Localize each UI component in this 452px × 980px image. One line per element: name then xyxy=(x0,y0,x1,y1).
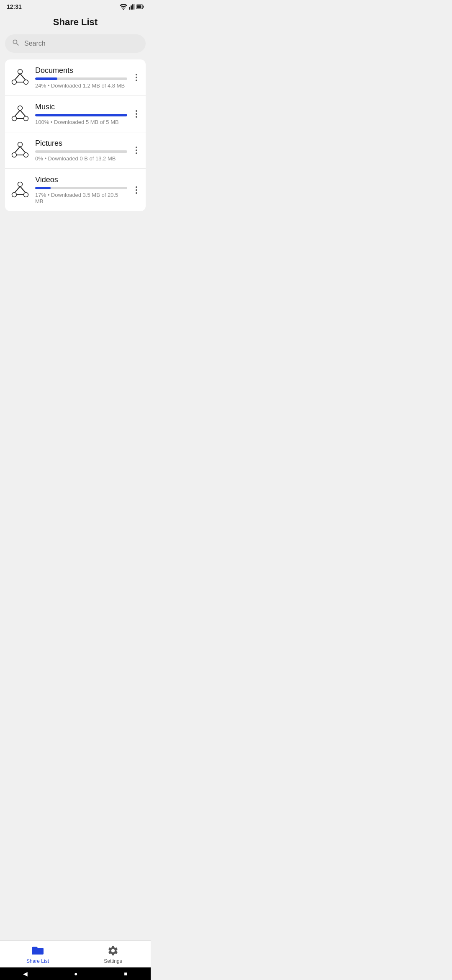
status-icons xyxy=(120,4,144,10)
item-name-documents: Documents xyxy=(35,66,127,75)
more-button-music[interactable] xyxy=(132,107,141,121)
list-item-documents[interactable]: Documents 24% • Downloaded 1.2 MB of 4.8… xyxy=(5,59,146,96)
svg-rect-4 xyxy=(134,4,135,10)
more-button-documents[interactable] xyxy=(132,70,141,85)
signal-icon xyxy=(129,4,135,10)
svg-line-18 xyxy=(20,110,26,116)
item-content-pictures: Pictures 0% • Downloaded 0 B of 13.2 MB xyxy=(35,139,127,162)
svg-point-10 xyxy=(24,80,28,85)
page-title: Share List xyxy=(53,17,98,27)
item-content-documents: Documents 24% • Downloaded 1.2 MB of 4.8… xyxy=(35,66,127,89)
share-icon-documents xyxy=(10,67,30,88)
progress-container-pictures xyxy=(35,150,127,153)
wifi-icon xyxy=(120,4,127,10)
svg-rect-2 xyxy=(131,5,132,10)
svg-rect-6 xyxy=(143,6,144,8)
svg-line-23 xyxy=(15,147,20,153)
progress-container-videos xyxy=(35,187,127,189)
svg-point-27 xyxy=(12,192,17,197)
svg-line-29 xyxy=(15,186,20,193)
share-icon-videos xyxy=(10,180,30,200)
progress-container-music xyxy=(35,114,127,116)
search-bar[interactable] xyxy=(5,34,146,53)
progress-fill-documents xyxy=(35,77,57,80)
svg-line-30 xyxy=(20,186,26,193)
item-name-music: Music xyxy=(35,103,127,111)
svg-rect-1 xyxy=(129,7,130,10)
svg-point-8 xyxy=(18,70,23,74)
status-bar: 12:31 xyxy=(0,0,151,12)
search-input[interactable] xyxy=(24,40,139,47)
progress-fill-videos xyxy=(35,187,51,189)
battery-icon xyxy=(136,4,144,9)
svg-point-21 xyxy=(12,153,17,157)
search-icon xyxy=(12,39,20,49)
svg-rect-3 xyxy=(132,4,134,10)
header: Share List xyxy=(0,12,151,34)
svg-line-17 xyxy=(15,110,20,116)
svg-point-20 xyxy=(18,142,23,147)
list-item-music[interactable]: Music 100% • Downloaded 5 MB of 5 MB xyxy=(5,96,146,132)
svg-line-24 xyxy=(20,147,26,153)
item-status-documents: 24% • Downloaded 1.2 MB of 4.8 MB xyxy=(35,83,127,89)
item-content-videos: Videos 17% • Downloaded 3.5 MB of 20.5 M… xyxy=(35,175,127,204)
item-status-videos: 17% • Downloaded 3.5 MB of 20.5 MB xyxy=(35,192,127,204)
item-status-pictures: 0% • Downloaded 0 B of 13.2 MB xyxy=(35,155,127,162)
more-button-videos[interactable] xyxy=(132,183,141,197)
svg-rect-7 xyxy=(137,5,141,8)
svg-point-16 xyxy=(24,116,28,121)
progress-fill-music xyxy=(35,114,127,116)
item-status-music: 100% • Downloaded 5 MB of 5 MB xyxy=(35,119,127,125)
more-button-pictures[interactable] xyxy=(132,143,141,157)
svg-point-14 xyxy=(18,106,23,111)
svg-point-22 xyxy=(24,153,28,157)
svg-line-11 xyxy=(15,74,20,80)
svg-point-28 xyxy=(24,192,28,197)
list-item-pictures[interactable]: Pictures 0% • Downloaded 0 B of 13.2 MB xyxy=(5,132,146,169)
svg-point-9 xyxy=(12,80,17,85)
progress-container-documents xyxy=(35,77,127,80)
svg-point-26 xyxy=(18,182,23,186)
list-item-videos[interactable]: Videos 17% • Downloaded 3.5 MB of 20.5 M… xyxy=(5,169,146,211)
svg-point-15 xyxy=(12,116,17,121)
item-name-videos: Videos xyxy=(35,175,127,184)
svg-line-12 xyxy=(20,74,26,80)
item-name-pictures: Pictures xyxy=(35,139,127,148)
share-icon-pictures xyxy=(10,140,30,160)
item-content-music: Music 100% • Downloaded 5 MB of 5 MB xyxy=(35,103,127,125)
share-icon-music xyxy=(10,104,30,124)
svg-point-0 xyxy=(123,9,124,10)
status-time: 12:31 xyxy=(7,3,22,10)
share-list-card: Documents 24% • Downloaded 1.2 MB of 4.8… xyxy=(5,59,146,211)
